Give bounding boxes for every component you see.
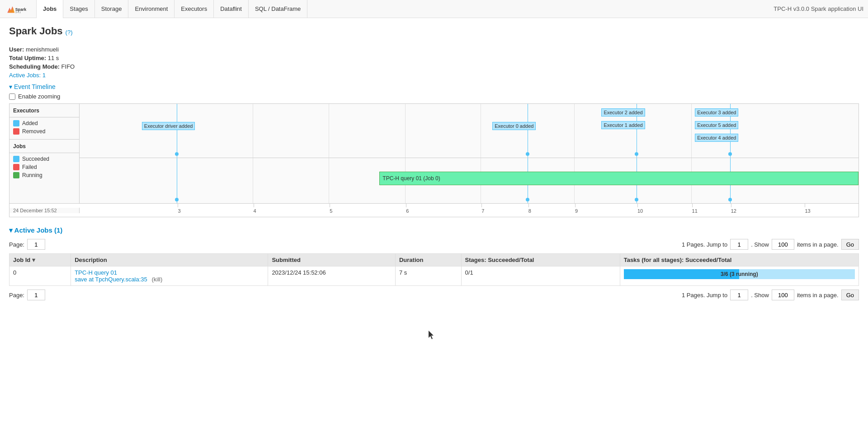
exec-2-added: Executor 2 added [601,108,645,117]
tick-label-3: 3 [178,208,180,214]
user-value: menishmueli [26,46,59,53]
active-jobs-info: Active Jobs: 1 [9,72,859,79]
bottom-jump-input[interactable] [730,290,748,300]
tick-10: 10 [637,204,637,217]
tick-label-11: 11 [692,208,698,214]
bottom-page-input[interactable] [27,290,45,300]
active-jobs-value: 1 [42,72,46,79]
bottom-pages-info: 1 Pages. Jump to [682,292,727,299]
cell-tasks: 3/6 (3 running) [620,266,859,286]
user-info: User: menishmueli [9,46,859,53]
bottom-go-button[interactable]: Go [841,290,859,300]
legend-running: Running [13,172,75,178]
job-bar-label: TPC-H query 01 (Job 0) [382,175,440,182]
bottom-items-label: items in a page. [797,292,839,299]
x-axis-row: 24 December 15:52 3 4 5 6 [9,203,859,217]
pagination-right: 1 Pages. Jump to . Show items in a page.… [682,239,859,250]
col-duration[interactable]: Duration [395,254,461,266]
jobs-label: Jobs [9,140,79,153]
pages-info: 1 Pages. Jump to [682,241,727,248]
tick-label-8: 8 [528,208,531,214]
job-dot-3 [635,198,638,201]
app-title: TPC-H v3.0.0 Spark application UI [774,5,863,12]
active-jobs-section-label: ▾ Active Jobs (1) [9,226,62,234]
nav-executors[interactable]: Executors [175,0,214,18]
nav-sql[interactable]: SQL / DataFrame [249,0,307,18]
removed-dot [13,128,19,135]
exec-1-added: Executor 1 added [601,121,645,129]
col-job-id[interactable]: Job Id ▾ [9,254,71,266]
active-jobs-title[interactable]: ▾ Active Jobs (1) [9,226,859,234]
tick-5: 5 [329,204,330,217]
tick-line-9 [575,204,576,207]
tick-label-4: 4 [254,208,256,214]
bottom-page-label: Page: [9,292,24,299]
bottom-show-input[interactable] [772,290,794,300]
job-description-link[interactable]: TPC-H query 01 [75,269,117,276]
enable-zooming-label: Enable zooming [18,93,60,100]
user-label: User: [9,46,24,53]
removed-label: Removed [22,128,45,135]
tick-11: 11 [691,204,692,217]
jobs-chart-body: TPC-H query 01 (Job 0) [80,158,859,203]
active-jobs-link[interactable]: Active Jobs: 1 [9,72,46,79]
timeline-chart: Executor driver added Executor 0 added E… [80,104,859,203]
event-timeline-header[interactable]: ▾ Event Timeline [9,83,859,90]
jobs-table: Job Id ▾ Description Submitted Duration … [9,253,859,286]
scheduling-value: FIFO [61,63,75,70]
xaxis-timestamp: 24 December 15:52 [9,208,80,213]
nav-dataflint[interactable]: Dataflint [214,0,249,18]
progress-text: 3/6 (3 running) [624,271,855,277]
tick-line-12 [731,204,731,207]
nav-storage[interactable]: Storage [95,0,129,18]
job-dot-4 [728,198,732,201]
tick-line-8 [528,204,529,207]
page-title: Spark Jobs [9,25,63,37]
svg-text:3.4.1: 3.4.1 [15,11,21,14]
show-input[interactable] [772,239,794,250]
executor-legend: Added Removed [9,117,79,139]
enable-zooming-row: Enable zooming [9,93,859,100]
job-source-link[interactable]: save at TpchQuery.scala:35 [75,276,147,283]
tick-label-6: 6 [406,208,409,214]
help-link[interactable]: (?) [66,29,73,36]
jump-input[interactable] [730,239,748,250]
tick-label-12: 12 [731,208,736,214]
spark-logo: Spark 3.4.1 [5,2,27,16]
col-submitted[interactable]: Submitted [268,254,396,266]
page-input[interactable] [27,239,45,250]
legend-failed: Failed [13,164,75,170]
nav-stages[interactable]: Stages [63,0,94,18]
tick-line-7 [481,204,482,207]
col-tasks[interactable]: Tasks (for all stages): Succeeded/Total [620,254,859,266]
table-header-row: Job Id ▾ Description Submitted Duration … [9,254,859,266]
uptime-info: Total Uptime: 11 s [9,55,859,61]
exec-3-added: Executor 3 added [695,108,738,117]
jobs-legend: Succeeded Failed Running [9,153,79,183]
nav-links: Jobs Stages Storage Environment Executor… [36,0,307,18]
col-description[interactable]: Description [71,254,268,266]
go-button[interactable]: Go [841,239,859,250]
tick-line-3 [178,204,178,207]
kill-label: (kill) [151,276,162,283]
failed-dot [13,164,19,170]
nav-jobs[interactable]: Jobs [36,0,63,18]
task-progress-bar: 3/6 (3 running) [624,269,855,279]
enable-zooming-checkbox[interactable] [9,93,15,100]
tick-label-5: 5 [330,208,332,214]
executor-label-col: Executors Added Removed Jobs [9,104,80,203]
added-label: Added [22,120,38,126]
cell-description: TPC-H query 01 save at TpchQuery.scala:3… [71,266,268,286]
exec-driver-added: Executor driver added [142,122,195,130]
xaxis-chart: 3 4 5 6 7 [80,204,859,217]
nav-environment[interactable]: Environment [128,0,175,18]
exec-0-added: Executor 0 added [492,122,536,130]
scheduling-info: Scheduling Mode: FIFO [9,63,859,70]
running-dot [13,172,19,178]
event-timeline-label: ▾ Event Timeline [9,83,56,90]
col-stages[interactable]: Stages: Succeeded/Total [461,254,620,266]
job-dot-2 [526,198,529,201]
timeline-container: Executors Added Removed Jobs [9,103,859,217]
job-bar: TPC-H query 01 (Job 0) [379,172,859,185]
active-jobs-section: ▾ Active Jobs (1) Page: 1 Pages. Jump to… [9,226,859,300]
